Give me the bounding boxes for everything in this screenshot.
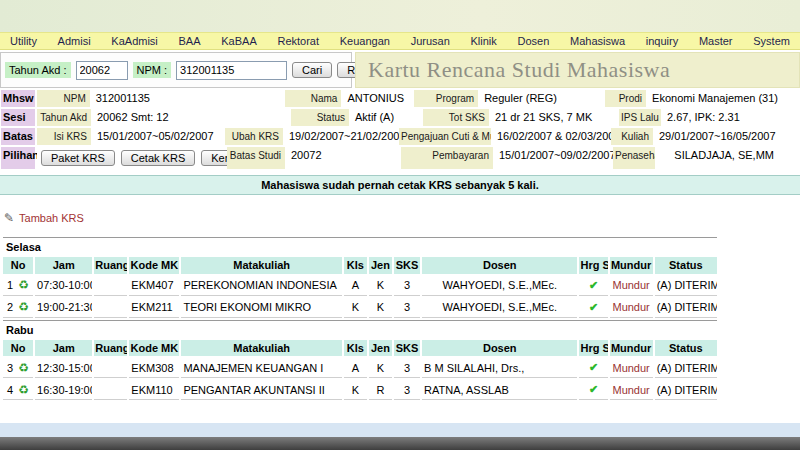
info-row-batas: Batas Isi KRS 15/01/2007~05/02/2007 Ubah…: [1, 128, 780, 145]
jen-cell: K: [369, 298, 392, 318]
mundur-link[interactable]: Mundur: [610, 298, 653, 318]
row-number: 2: [7, 301, 13, 313]
menu-item-utility[interactable]: Utility: [10, 35, 37, 47]
menu-item-kabaa[interactable]: KaBAA: [221, 35, 256, 47]
menu-item-dosen[interactable]: Dosen: [518, 35, 550, 47]
main-menu: Utility Admisi KaAdmisi BAA KaBAA Rektor…: [0, 32, 800, 50]
npm-label: NPM :: [133, 62, 172, 78]
status-value: Aktif (A): [351, 109, 421, 126]
hrg-std-check-icon: ✔: [579, 380, 607, 400]
search-title-bar: Tahun Akd : NPM : Cari Reset Kartu Renca…: [0, 52, 800, 88]
menu-item-klinik[interactable]: Klinik: [471, 35, 497, 47]
col-matakuliah: Matakuliah: [181, 340, 341, 357]
sks-cell: 3: [394, 380, 420, 400]
sks-cell: 3: [394, 358, 420, 378]
kuliah-label: Kuliah: [611, 128, 653, 145]
matakuliah-cell: TEORI EKONOMI MIKRO: [181, 298, 341, 318]
col-jen: Jen: [369, 340, 392, 357]
pembayaran-label: Pembayaran: [401, 147, 493, 169]
batas-studi-value: 20072: [287, 147, 399, 169]
menu-item-rektorat[interactable]: Rektorat: [277, 35, 319, 47]
hrg-std-check-icon: ✔: [579, 276, 607, 296]
col-status: Status: [655, 257, 717, 274]
paket-krs-button[interactable]: Paket KRS: [41, 150, 115, 166]
pilihan-buttons: Paket KRS Cetak KRS Kembali: [37, 147, 225, 169]
day-row-rabu: Rabu: [3, 320, 717, 338]
isi-krs-label: Isi KRS: [37, 128, 91, 145]
sks-cell: 3: [394, 298, 420, 318]
col-ruang: Ruang: [94, 340, 127, 357]
col-no: No: [3, 257, 33, 274]
pencil-note-icon: ✎: [4, 211, 14, 225]
matakuliah-cell: PEREKONOMIAN INDONESIA: [181, 276, 341, 296]
menu-item-admisi[interactable]: Admisi: [58, 35, 91, 47]
menu-item-system[interactable]: System: [753, 35, 790, 47]
jam-cell: 07:30-10:00: [35, 276, 92, 296]
day-label-selasa: Selasa: [3, 237, 717, 255]
tambah-krs-label: Tambah KRS: [19, 212, 84, 224]
page-title: Kartu Rencana Studi Mahasiswa: [356, 57, 670, 83]
kode-mk-cell: EKM407: [129, 276, 179, 296]
tambah-krs-link[interactable]: ✎ Tambah KRS: [4, 211, 114, 225]
npm-value: 312001135: [92, 90, 283, 107]
menu-item-inquiry[interactable]: inquiry: [646, 35, 678, 47]
pembayaran-value: 15/01/2007~09/02/2007: [495, 147, 611, 169]
npm-field-label: NPM: [37, 90, 90, 107]
cetak-krs-button[interactable]: Cetak KRS: [121, 150, 195, 166]
menu-item-master[interactable]: Master: [699, 35, 733, 47]
kode-mk-cell: EKM308: [129, 358, 179, 378]
cari-button[interactable]: Cari: [292, 62, 332, 78]
matakuliah-cell: PENGANTAR AKUNTANSI II: [181, 380, 341, 400]
menu-item-jurusan[interactable]: Jurusan: [411, 35, 450, 47]
student-info-grid: Mhsw NPM 312001135 Nama ANTONIUS Program…: [1, 90, 780, 169]
status-label: Status: [291, 109, 349, 126]
kls-cell: A: [344, 276, 367, 296]
jam-cell: 12:30-15:00: [35, 358, 92, 378]
col-jam: Jam: [35, 257, 92, 274]
menu-item-baa[interactable]: BAA: [179, 35, 201, 47]
mundur-link[interactable]: Mundur: [610, 358, 653, 378]
day-label-rabu: Rabu: [3, 320, 717, 338]
hrg-std-check-icon: ✔: [579, 298, 607, 318]
pengajuan-cuti-mundur-value: 16/02/2007 & 02/03/2008: [493, 128, 609, 145]
col-mundur: Mundur: [610, 257, 653, 274]
prodi-value: Ekonomi Manajemen (31): [648, 90, 780, 107]
npm-input[interactable]: [176, 61, 287, 80]
schedule-row-1: 1♻ 07:30-10:00 EKM407 PEREKONOMIAN INDON…: [3, 276, 717, 296]
menu-item-keuangan[interactable]: Keuangan: [340, 35, 390, 47]
ips-lalu-value: 2.67, IPK: 2.31: [663, 109, 780, 126]
menu-item-kaadmisi[interactable]: KaAdmisi: [111, 35, 157, 47]
recycle-bin-icon[interactable]: ♻: [18, 385, 29, 395]
status-cell: (A) DITERIMA: [655, 298, 717, 318]
col-status: Status: [655, 340, 717, 357]
kode-mk-cell: EKM211: [129, 298, 179, 318]
recycle-bin-icon[interactable]: ♻: [18, 280, 29, 290]
matakuliah-cell: MANAJEMEN KEUANGAN I: [181, 358, 341, 378]
menu-item-mahasiswa[interactable]: Mahasiswa: [570, 35, 625, 47]
row-number: 3: [7, 362, 13, 374]
mundur-link[interactable]: Mundur: [610, 380, 653, 400]
schedule-table: Selasa No Jam Ruang Kode MK Matakuliah K…: [1, 235, 719, 402]
col-dosen: Dosen: [422, 257, 577, 274]
schedule-header-row: No Jam Ruang Kode MK Matakuliah Kls Jen …: [3, 257, 717, 274]
jen-cell: R: [369, 380, 392, 400]
day-row-selasa: Selasa: [3, 237, 717, 255]
tahun-akd-label: Tahun Akd :: [5, 62, 71, 78]
program-label: Program: [414, 90, 478, 107]
col-kode-mk: Kode MK: [129, 340, 179, 357]
col-kls: Kls: [344, 340, 367, 357]
recycle-bin-icon[interactable]: ♻: [18, 363, 29, 373]
row-header-pilihan: Pilihan: [1, 147, 35, 169]
tot-sks-value: 21 dr 21 SKS, 7 MK: [491, 109, 617, 126]
mundur-link[interactable]: Mundur: [610, 276, 653, 296]
dosen-cell: RATNA, ASSLAB: [422, 380, 577, 400]
col-sks: SKS: [394, 340, 420, 357]
pengajuan-cuti-mundur-label: Pengajuan Cuti & Mundur: [399, 128, 491, 145]
jen-cell: K: [369, 276, 392, 296]
tahun-akd-value: 20062 Smt: 12: [93, 109, 289, 126]
isi-krs-value: 15/01/2007~05/02/2007: [93, 128, 223, 145]
recycle-bin-icon[interactable]: ♻: [18, 302, 29, 312]
status-cell: (A) DITERIMA: [655, 380, 717, 400]
cetak-krs-notice: Mahasiswa sudah pernah cetak KRS sebanya…: [0, 175, 800, 195]
tahun-akd-input[interactable]: [76, 61, 128, 80]
